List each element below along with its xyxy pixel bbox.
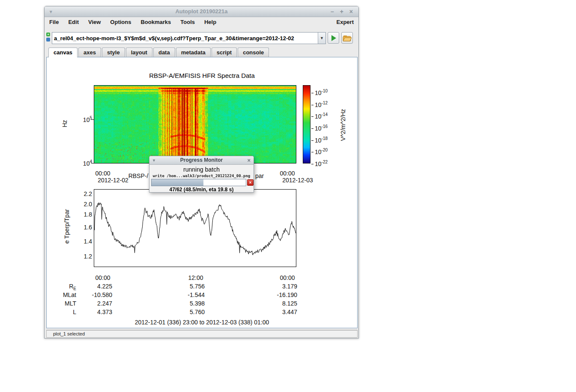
menu-file[interactable]: File — [45, 18, 63, 26]
plot1-ytick-1e4: 104 — [72, 159, 92, 167]
menu-options[interactable]: Options — [105, 18, 136, 26]
datasource-status-icons: + — [46, 33, 51, 43]
colorbar-tick: 10-12 — [311, 101, 328, 108]
tick-mark — [311, 164, 313, 164]
colorbar-tick: 10-20 — [311, 148, 328, 155]
expert-toggle[interactable]: Expert — [332, 18, 358, 26]
plot1-xtick-left-date: 2012-12-02 — [98, 177, 128, 184]
ephemeris-label: RE — [47, 283, 76, 291]
tab-style[interactable]: style — [102, 48, 125, 57]
uri-combobox: ▼ — [52, 32, 326, 44]
ephemeris-value: 5.756 — [170, 283, 205, 290]
ephemeris-label: L — [47, 309, 76, 315]
colorbar-tick: 10-18 — [311, 136, 328, 144]
ephemeris-value: 4.373 — [78, 309, 112, 315]
window-title: Autoplot 20190221a — [175, 8, 227, 15]
spectrogram-plot[interactable] — [94, 85, 296, 163]
uri-input[interactable] — [52, 33, 318, 44]
uri-toolbar: + ▼ — [45, 27, 358, 47]
progress-task-label: running batch — [149, 166, 254, 173]
menu-edit[interactable]: Edit — [63, 18, 84, 26]
progress-detail-label: write /hom...walk3/product_20121224_00.p… — [149, 174, 254, 178]
plot2-ytick: 2.2 — [72, 190, 92, 197]
colorbar-tick: 10-10 — [311, 89, 328, 96]
window-titlebar[interactable]: ▾ Autoplot 20190221a – + × — [45, 6, 358, 17]
tab-script[interactable]: script — [212, 48, 237, 57]
plot2-ytick: 2.0 — [72, 201, 92, 208]
plot1-xtick-right-date: 2012-12-03 — [282, 177, 313, 184]
ephemeris-value: 5.760 — [170, 309, 205, 315]
plot2-xtick: 12:00 — [188, 274, 203, 281]
menu-bookmarks[interactable]: Bookmarks — [136, 18, 176, 26]
progress-status-label: 47/62 (48.5/min, eta 19.8 s) — [149, 187, 254, 193]
progress-bar-fill — [152, 179, 203, 186]
ephemeris-value: 3.447 — [263, 309, 297, 315]
colorbar[interactable] — [303, 85, 310, 163]
ephemeris-label: MLat — [47, 291, 76, 298]
tab-axes[interactable]: axes — [78, 48, 101, 57]
status-bar: plot_1 selected — [46, 330, 358, 338]
tab-layout[interactable]: layout — [126, 48, 152, 57]
plot1-ylabel: Hz — [61, 120, 68, 127]
ephemeris-value: 5.398 — [170, 300, 205, 307]
close-button[interactable]: × — [347, 6, 355, 17]
progress-bar — [151, 179, 246, 186]
colorbar-tick: 10-22 — [311, 160, 328, 167]
cancel-button[interactable]: × — [247, 179, 254, 186]
ephemeris-value: 3.179 — [263, 283, 297, 290]
time-range-label: 2012-12-01 (336) 23:00 to 2012-12-03 (33… — [47, 319, 357, 326]
minimize-button[interactable]: – — [328, 6, 336, 17]
tab-metadata[interactable]: metadata — [176, 48, 211, 57]
blue-data-icon[interactable] — [46, 38, 50, 42]
ephemeris-value: -10.580 — [78, 291, 112, 298]
dialog-close-icon[interactable]: × — [247, 156, 251, 164]
uri-dropdown-button[interactable]: ▼ — [318, 33, 325, 44]
dialog-titlebar[interactable]: ▾ Progress Monitor × — [149, 156, 254, 165]
plot2-ytick: 1.8 — [72, 211, 92, 218]
autoplot-window: ▾ Autoplot 20190221a – + × File Edit Vie… — [44, 6, 359, 339]
tick-mark — [311, 140, 313, 141]
menu-help[interactable]: Help — [200, 18, 221, 26]
progress-monitor-dialog[interactable]: ▾ Progress Monitor × running batch write… — [149, 156, 254, 193]
plot2-ytick: 1.4 — [72, 238, 92, 245]
play-icon — [331, 35, 336, 41]
ephemeris-value: 8.125 — [263, 300, 297, 307]
tab-canvas[interactable]: canvas — [48, 48, 78, 57]
plot2-title-fragment-right: par — [255, 172, 264, 179]
plot2-xtick: 00:00 — [95, 274, 110, 281]
plot2-ytick: 1.2 — [72, 253, 92, 260]
tick-mark — [311, 116, 313, 117]
menubar: File Edit View Options Bookmarks Tools H… — [45, 17, 358, 27]
ephemeris-value: -16.190 — [263, 291, 297, 298]
main-tabs: canvas axes style layout data metadata s… — [48, 48, 270, 57]
folder-icon — [342, 33, 352, 43]
chevron-down-icon: ▼ — [320, 36, 324, 40]
plot1-xtick-right-time: 00:00 — [280, 170, 295, 177]
tick-mark — [311, 152, 313, 152]
colorbar-tick: 10-16 — [311, 124, 328, 132]
window-collapse-icon[interactable]: ▾ — [50, 6, 52, 17]
tab-console[interactable]: console — [238, 48, 269, 57]
plot1-xtick-left-time: 00:00 — [95, 170, 110, 177]
plot2-ytick: 1.6 — [72, 224, 92, 231]
go-plot-button[interactable] — [328, 32, 339, 44]
plot1-title: RBSP-A/EMFISIS HFR Spectra Data — [47, 72, 357, 79]
maximize-button[interactable]: + — [338, 6, 346, 17]
menu-view[interactable]: View — [84, 18, 105, 26]
ephemeris-value: -1.544 — [170, 291, 205, 298]
dialog-collapse-icon[interactable]: ▾ — [153, 156, 155, 164]
open-file-button[interactable] — [341, 32, 353, 44]
timeseries-plot[interactable] — [94, 189, 296, 267]
plot2-ylabel: e Tperp/Tpar — [63, 209, 70, 244]
plot2-xtick: 00:00 — [280, 274, 295, 281]
tick-mark — [311, 93, 313, 93]
menu-tools[interactable]: Tools — [176, 18, 200, 26]
plot2-title-fragment-left: RBSP-/ — [128, 172, 149, 179]
colorbar-label: V^2/m^2/Hz — [340, 109, 346, 141]
ephemeris-label: MLT — [47, 300, 76, 307]
desktop: ▾ Autoplot 20190221a – + × File Edit Vie… — [0, 0, 576, 392]
green-plus-icon[interactable]: + — [46, 33, 50, 36]
plot-canvas-panel: RBSP-A/EMFISIS HFR Spectra Data Hz 105 1… — [46, 57, 358, 328]
ephemeris-value: 4.225 — [78, 283, 112, 290]
tab-data[interactable]: data — [153, 48, 175, 57]
